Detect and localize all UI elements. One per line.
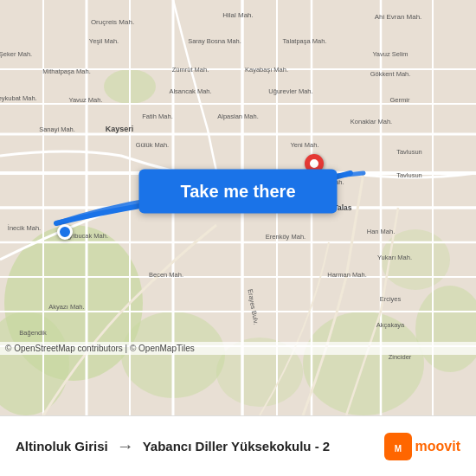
svg-text:Yeni Mah.: Yeni Mah.: [290, 141, 318, 149]
svg-text:Sanayi Mah.: Sanayi Mah.: [39, 125, 75, 133]
svg-text:Hilal Mah.: Hilal Mah.: [222, 11, 254, 19]
svg-text:Bağendik: Bağendik: [19, 329, 47, 337]
origin-label: Altinoluk Girisi: [16, 439, 108, 453]
svg-text:Uğurevler Mah.: Uğurevler Mah.: [268, 87, 312, 95]
svg-text:Germir: Germir: [390, 96, 410, 104]
svg-text:Akyazı Mah.: Akyazı Mah.: [48, 303, 84, 311]
svg-text:Yavuz Mah.: Yavuz Mah.: [68, 96, 102, 104]
moovit-logo-text: moovit: [415, 439, 460, 454]
svg-text:Han Mah.: Han Mah.: [367, 228, 396, 235]
svg-text:Fatih Mah.: Fatih Mah.: [142, 113, 172, 120]
destination-label: Yabancı Diller Yüksekokulu - 2: [143, 439, 330, 453]
svg-text:M: M: [394, 444, 401, 453]
svg-text:İnecik Mah.: İnecik Mah.: [8, 224, 41, 232]
svg-text:Şeker Mah.: Şeker Mah.: [0, 50, 32, 58]
svg-text:Harman Mah.: Harman Mah.: [327, 271, 366, 279]
svg-text:Gülük Mah.: Gülük Mah.: [136, 141, 169, 149]
svg-text:Yukarı Mah.: Yukarı Mah.: [377, 254, 412, 261]
moovit-logo: M moovit: [384, 433, 460, 460]
bottom-bar: Altinoluk Girisi → Yabancı Diller Yüksek…: [0, 415, 476, 476]
svg-text:Kayabaşı Mah.: Kayabaşı Mah.: [245, 66, 288, 74]
take-me-there-button[interactable]: Take me there: [138, 169, 337, 213]
svg-text:Yeykubat Mah.: Yeykubat Mah.: [0, 94, 37, 102]
svg-text:Yeşil Mah.: Yeşil Mah.: [89, 37, 119, 45]
svg-text:Konaklar Mah.: Konaklar Mah.: [351, 118, 392, 125]
svg-text:Zümrüt Mah.: Zümrüt Mah.: [172, 66, 209, 74]
svg-text:Tavlusun: Tavlusun: [396, 171, 422, 179]
svg-text:Alpaslan Mah.: Alpaslan Mah.: [217, 113, 259, 120]
svg-text:Oruçreis Mah.: Oruçreis Mah.: [91, 18, 134, 26]
svg-text:Saray Bosna Mah.: Saray Bosna Mah.: [188, 37, 241, 45]
svg-text:Yavuz Selim: Yavuz Selim: [372, 50, 408, 58]
svg-text:Kayseri: Kayseri: [106, 125, 134, 133]
svg-text:Alsancak Mah.: Alsancak Mah.: [169, 87, 211, 95]
svg-text:Erciyes: Erciyes: [380, 295, 402, 303]
svg-text:Tavlusun: Tavlusun: [396, 148, 422, 156]
svg-text:Ahi Evran Mah.: Ahi Evran Mah.: [375, 13, 422, 21]
svg-text:Gökkent Mah.: Gökkent Mah.: [370, 70, 411, 78]
moovit-logo-icon: M: [384, 433, 412, 460]
svg-text:Becen Mah.: Becen Mah.: [149, 271, 183, 279]
svg-text:Akçakaya: Akçakaya: [376, 321, 405, 329]
svg-text:Talatpaşa Mah.: Talatpaşa Mah.: [283, 37, 327, 45]
svg-text:Erenköy Mah.: Erenköy Mah.: [266, 233, 306, 241]
map-container: Oruçreis Mah. Hilal Mah. Ahi Evran Mah. …: [0, 0, 476, 415]
svg-text:Mithatpaşa Mah.: Mithatpaşa Mah.: [42, 68, 90, 75]
arrow-icon: →: [117, 436, 134, 456]
attribution: © OpenStreetMap contributors | © OpenMap…: [0, 342, 476, 355]
